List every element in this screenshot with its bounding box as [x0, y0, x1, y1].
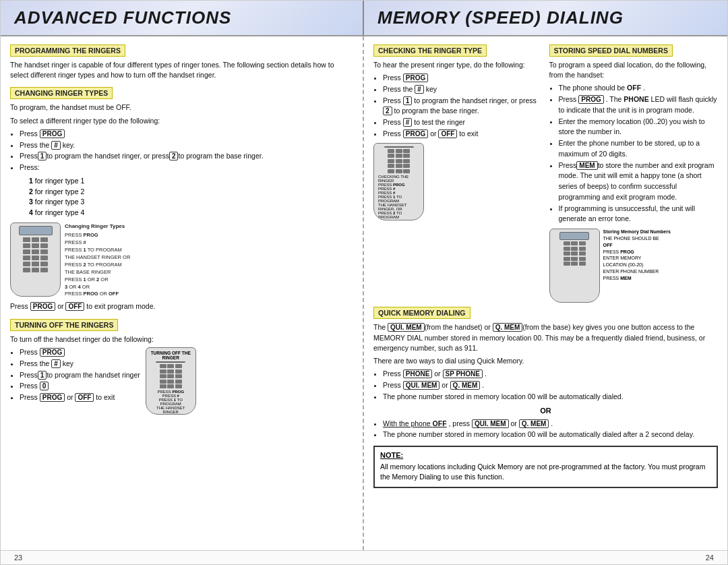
qm-bullet-or-1: With the phone OFF , press QUI. MEM or Q… [383, 419, 718, 429]
checking-ringer-header: Checking the Ringer Type [373, 44, 487, 57]
changing-ringer-diagram-row: Changing Ringer Types PRESS PROG PRESS #… [10, 222, 353, 298]
page-footer: 23 24 [1, 550, 727, 564]
sk [564, 241, 570, 245]
phone-keypad-storing [564, 241, 586, 266]
key [32, 243, 39, 248]
quick-memory-text2: There are two ways to dial using Quick M… [373, 356, 718, 366]
turning-off-bullets: Press PROG Press the # key Press1to prog… [10, 347, 140, 406]
left-page-num: 23 [14, 554, 22, 562]
prog-key2: PROG [40, 348, 65, 357]
prog-ss: PROG [578, 95, 603, 104]
key [23, 262, 30, 266]
qm-bullet-or-2: The phone number stored in memory locati… [383, 429, 718, 440]
ck [396, 159, 402, 163]
q-mem-key3: Q. MEM [519, 419, 549, 428]
qui-mem-key3: QUI. MEM [472, 419, 509, 428]
label-press-1-prog: PRESS 1 TO PROGRAMTHE HANDSET RINGER OR [65, 247, 130, 262]
ck [388, 159, 394, 163]
sk [579, 257, 586, 261]
key [23, 256, 30, 260]
storing-label-1: THE PHONE SHOULD BEOFF [603, 235, 671, 249]
changing-ringer-section: Changing Ringer Types To program, the ha… [10, 87, 353, 311]
phone-diagram-changing [10, 222, 61, 297]
checking-diagram: CHECKING THE RINGER PRESS PROG PRESS # P… [373, 143, 543, 220]
changing-ringer-diagram: Changing Ringer Types PRESS PROG PRESS #… [10, 222, 130, 298]
qm-bullet-2: Press QUI. MEM or Q. MEM . [383, 380, 718, 391]
storing-label-3: ENTER MEMORYLOCATION (00-20) [603, 255, 671, 268]
bullet-press: Press: [20, 162, 353, 173]
checking-diag-labels: CHECKING THE RINGER PRESS PROG PRESS # P… [377, 175, 421, 220]
k [175, 374, 182, 378]
storing-speed-header: Storing Speed Dial Numbers [549, 44, 673, 57]
k [167, 364, 174, 368]
k [167, 374, 174, 378]
sk [564, 251, 570, 256]
sk [571, 262, 578, 266]
turning-off-section: Turning Off the Ringers To turn off the … [10, 319, 353, 415]
prog-cr-exit: PROG [403, 129, 428, 138]
qui-mem-key2: QUI. MEM [403, 381, 440, 390]
key [32, 268, 39, 272]
qm-bullet-1: Press PHONE or SP PHONE . [383, 369, 718, 380]
phone-diagram-checking: CHECKING THE RINGER PRESS PROG PRESS # P… [373, 143, 424, 220]
checking-ringer-bullets: Press PROG Press the # key Press 1 to pr… [383, 73, 543, 140]
sk [564, 262, 570, 266]
page-container: Advanced Functions Memory (Speed) Dialin… [0, 0, 728, 565]
turning-off-row: Press PROG Press the # key Press1to prog… [10, 347, 353, 415]
storing-label-4: ENTER PHONE NUMBER [603, 268, 671, 275]
right-top-row: Checking the Ringer Type To hear the pre… [373, 44, 718, 307]
note-text: All memory locations including Quick Mem… [380, 462, 711, 482]
programming-ringers-header: Programming the Ringers [10, 44, 125, 57]
to-bullet-1: Press PROG [20, 347, 140, 358]
quick-memory-section: Quick Memory Dialing The QUI. MEM(from t… [373, 307, 718, 487]
cr-bullet-1: Press PROG [383, 73, 543, 84]
hash-test: # [403, 118, 413, 127]
prog-key-cr1: PROG [403, 73, 428, 82]
ck [403, 164, 410, 168]
checking-ringer-col: Checking the Ringer Type To hear the pre… [373, 44, 543, 307]
k [175, 364, 182, 368]
right-header: Memory (Speed) Dialing [364, 1, 727, 35]
key-0: 0 [40, 382, 49, 390]
k [167, 380, 174, 384]
q-mem-key: Q. MEM [493, 323, 523, 332]
sk [579, 251, 586, 256]
ss-bullet-3: Enter the memory location (00..20) you w… [559, 117, 719, 138]
ringer-1: 1 for ringer type 1 [29, 176, 353, 187]
storing-label-5: PRESS MEM [603, 275, 671, 282]
key [40, 262, 48, 266]
phone-screen-check [384, 146, 414, 148]
k [167, 369, 174, 374]
sk [571, 257, 578, 261]
ss-bullet-5: PressMEMto store the number and exit pro… [559, 160, 719, 203]
key [40, 256, 48, 260]
label-press-2-prog: PRESS 2 TO PROGRAMTHE BASE RINGER [65, 262, 130, 276]
ringer-4: 4 for ringer type 4 [29, 208, 353, 218]
mem-key: MEM [576, 161, 597, 170]
phone-key: PHONE [403, 369, 433, 378]
hash-key: # [51, 141, 61, 150]
ringer-3: 3 for ringer type 3 [29, 197, 353, 208]
k [160, 384, 166, 388]
ss-bullet-1: The phone should be OFF . [559, 83, 719, 94]
key [40, 237, 48, 242]
label-press-hash: PRESS # [65, 239, 130, 247]
key [40, 268, 48, 272]
key [32, 256, 39, 260]
ringer-2: 2 for ringer type 2 [29, 187, 353, 198]
phone-keypad2 [160, 364, 182, 388]
note-title: NOTE: [380, 451, 711, 459]
programming-ringers-text: The handset ringer is capable of four di… [10, 60, 353, 80]
ck [396, 164, 402, 168]
label-3-4-or: 3 OR 4 OR [65, 284, 130, 291]
ss-bullet-4: Enter the phone number to be stored, up … [559, 138, 719, 160]
label-changing-title: Changing Ringer Types [65, 222, 130, 231]
quick-memory-text1: The QUI. MEM(from the handset) or Q. MEM… [373, 322, 718, 353]
key-2-cr: 2 [383, 107, 392, 115]
off-key-exit: OFF [65, 302, 84, 311]
k [175, 369, 182, 374]
key-1-cr: 1 [403, 96, 413, 105]
quick-memory-bullets2: With the phone OFF , press QUI. MEM or Q… [383, 419, 718, 441]
key [40, 243, 48, 248]
phone-keypad [23, 237, 48, 272]
